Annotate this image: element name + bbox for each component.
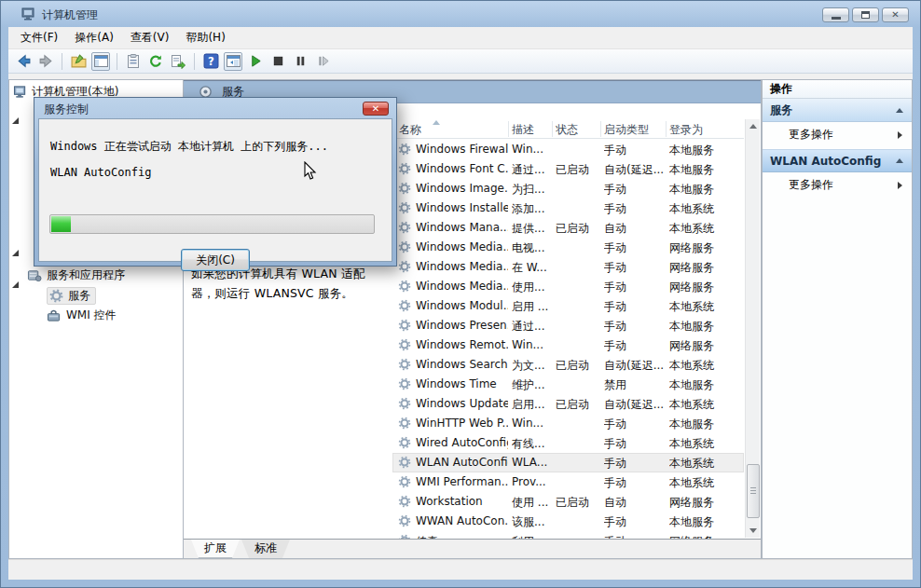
dialog-service-name: WLAN AutoConfig xyxy=(50,166,151,179)
table-row[interactable]: 传真利用...手动网络服务 xyxy=(392,531,744,539)
start-service-icon[interactable] xyxy=(246,52,265,71)
menu-help[interactable]: 帮助(H) xyxy=(177,27,233,48)
table-row[interactable]: Windows Mana...提供...已启动自动本地系统 xyxy=(392,218,744,238)
menu-action[interactable]: 操作(A) xyxy=(66,27,122,48)
service-gear-icon xyxy=(398,221,411,234)
table-row[interactable]: Windows Media...使用...手动网络服务 xyxy=(392,277,744,296)
mouse-cursor xyxy=(304,161,317,184)
close-button[interactable]: ✕ xyxy=(882,7,909,22)
help-icon[interactable]: ? xyxy=(201,52,220,71)
column-header-name[interactable]: 名称 xyxy=(399,122,421,138)
table-row[interactable]: WWAN AutoCon...该服...手动本地服务 xyxy=(392,512,744,531)
scroll-down-icon[interactable] xyxy=(747,524,760,538)
service-desc: 在 W... xyxy=(512,260,552,276)
service-gear-icon xyxy=(398,299,411,312)
dialog-close-button[interactable]: ✕ xyxy=(363,102,389,116)
scrollbar-thumb[interactable] xyxy=(747,464,760,518)
collapse-icon[interactable] xyxy=(896,158,903,163)
scroll-up-icon[interactable] xyxy=(747,119,760,133)
menu-view[interactable]: 查看(V) xyxy=(122,27,178,48)
service-startup-type: 手动 xyxy=(604,475,666,491)
actions-group-services[interactable]: 服务 xyxy=(763,99,912,122)
service-name: Windows Installer xyxy=(416,201,508,214)
service-gear-icon xyxy=(398,201,411,214)
minimize-button[interactable] xyxy=(822,7,849,22)
forward-icon[interactable] xyxy=(36,52,55,71)
service-name: Windows Modul... xyxy=(416,299,508,312)
vertical-scrollbar[interactable] xyxy=(745,119,760,538)
refresh-icon[interactable] xyxy=(146,52,165,71)
service-desc: 添加... xyxy=(512,201,552,217)
tree-expand-arrow[interactable] xyxy=(12,237,19,250)
service-startup-type: 手动 xyxy=(604,182,666,198)
export-list-icon[interactable] xyxy=(169,52,187,71)
service-desc: 该服... xyxy=(512,514,552,530)
service-desc: 通过... xyxy=(512,162,552,178)
close-icon: ✕ xyxy=(372,103,379,114)
services-list-pane: 名称 描述 状态 启动类型 登录为 Windows FirewallWin...… xyxy=(392,104,761,539)
stop-service-icon[interactable] xyxy=(268,52,287,71)
show-hide-pane-icon[interactable] xyxy=(224,52,242,71)
service-name: Windows Media... xyxy=(416,280,508,293)
table-row[interactable]: Workstation使用 ...已启动自动网络服务 xyxy=(392,492,744,512)
table-row[interactable]: WMI Performan...Prov...手动本地系统 xyxy=(392,472,744,492)
service-logon-as: 本地系统 xyxy=(669,358,742,374)
service-name: Windows Image... xyxy=(416,182,508,195)
column-header-logon[interactable]: 登录为 xyxy=(669,122,703,138)
table-row[interactable]: Windows FirewallWin...手动本地服务 xyxy=(392,140,744,159)
service-name: WLAN AutoConfig xyxy=(416,456,508,469)
service-logon-as: 本地服务 xyxy=(669,319,742,335)
service-startup-type: 自动(延迟... xyxy=(604,397,666,413)
tree-item-services[interactable]: 服务 xyxy=(47,287,96,305)
table-row[interactable]: Windows Remot...Win...手动网络服务 xyxy=(392,335,744,355)
menu-file[interactable]: 文件(F) xyxy=(12,27,66,48)
restart-service-icon[interactable] xyxy=(313,52,332,71)
collapse-icon[interactable] xyxy=(896,108,903,113)
more-actions-wlan[interactable]: 更多操作 xyxy=(763,172,912,198)
service-name: Windows Search xyxy=(416,358,508,371)
tree-item-label: 服务 xyxy=(68,288,90,304)
console-window-icon[interactable] xyxy=(91,52,110,71)
service-name: WMI Performan... xyxy=(416,475,508,488)
tab-standard[interactable]: 标准 xyxy=(241,540,290,558)
table-row[interactable]: Windows Media...在 W...手动网络服务 xyxy=(392,257,744,277)
tree-item-services-apps[interactable]: 服务和应用程序 xyxy=(27,267,125,284)
column-header-status[interactable]: 状态 xyxy=(556,122,578,138)
table-row[interactable]: WinHTTP Web P...Win...手动本地服务 xyxy=(392,414,744,433)
table-row[interactable]: Wired AutoConfig有线...手动本地系统 xyxy=(392,433,744,453)
table-row[interactable]: Windows Search为文...已启动自动(延迟...本地系统 xyxy=(392,355,744,375)
tab-extended[interactable]: 扩展 xyxy=(191,540,240,558)
table-row[interactable]: WLAN AutoConfigWLA...手动本地系统 xyxy=(392,453,744,472)
back-icon[interactable] xyxy=(14,52,33,71)
actions-group-wlan-autoconfig[interactable]: WLAN AutoConfig xyxy=(763,149,912,172)
progress-fill xyxy=(51,216,71,232)
service-gear-icon xyxy=(398,436,411,449)
table-row[interactable]: Windows Time维护...禁用本地服务 xyxy=(392,375,744,394)
service-logon-as: 本地服务 xyxy=(669,182,742,198)
tree-item-wmi-control[interactable]: WMI 控件 xyxy=(47,307,117,324)
more-actions-services[interactable]: 更多操作 xyxy=(763,122,912,147)
submenu-arrow-icon xyxy=(898,131,902,139)
table-row[interactable]: Windows Update启用...已启动自动(延迟...本地系统 xyxy=(392,394,744,414)
table-row[interactable]: Windows Installer添加...手动本地系统 xyxy=(392,198,744,218)
tree-expand-arrow[interactable] xyxy=(12,268,19,281)
restore-button[interactable] xyxy=(852,7,879,22)
service-gear-icon xyxy=(398,260,411,273)
column-header-startup[interactable]: 启动类型 xyxy=(604,122,649,138)
pause-service-icon[interactable] xyxy=(291,52,309,71)
dialog-close-action-button[interactable]: 关闭(C) xyxy=(181,249,250,271)
table-row[interactable]: Windows Image...为扫...手动本地服务 xyxy=(392,179,744,198)
service-startup-type: 手动 xyxy=(604,417,666,432)
table-row[interactable]: Windows Presen...通过...手动本地服务 xyxy=(392,316,744,335)
service-gear-icon xyxy=(398,358,411,371)
table-row[interactable]: Windows Media...电视...手动网络服务 xyxy=(392,238,744,257)
table-row[interactable]: Windows Font C...通过...已启动自动(延迟...本地服务 xyxy=(392,159,744,179)
open-folder-icon[interactable] xyxy=(69,52,88,71)
properties-icon[interactable] xyxy=(124,52,143,71)
column-header-desc[interactable]: 描述 xyxy=(512,122,534,138)
status-bar xyxy=(8,559,913,580)
submenu-arrow-icon xyxy=(898,182,902,189)
tree-expand-arrow[interactable] xyxy=(12,104,19,117)
table-row[interactable]: Windows Modul...启用 ...手动本地系统 xyxy=(392,296,744,316)
service-gear-icon xyxy=(398,162,411,175)
